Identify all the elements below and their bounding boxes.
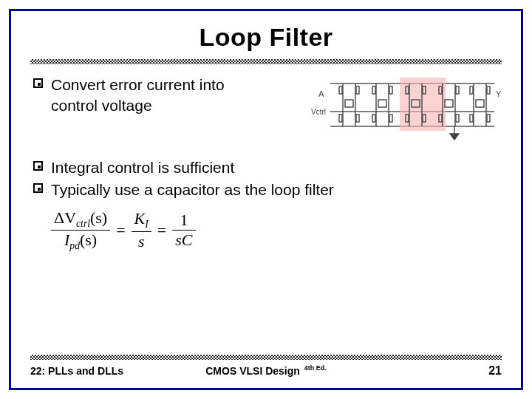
num2-sub: I [145, 219, 149, 231]
svg-rect-36 [487, 86, 490, 94]
svg-rect-16 [389, 115, 392, 122]
svg-rect-3 [400, 78, 446, 131]
svg-rect-17 [378, 100, 386, 107]
svg-rect-34 [470, 86, 473, 94]
fraction-2: KI s [132, 209, 151, 251]
num2: K [134, 209, 146, 228]
equals-1: = [116, 221, 125, 240]
num3: 1 [172, 211, 195, 231]
bullet-group-1: Convert error current into control volta… [30, 75, 245, 118]
bullet-icon [33, 78, 43, 88]
row-1: Convert error current into control volta… [30, 75, 502, 144]
den2: s [132, 232, 151, 251]
den1-b: (s) [80, 231, 97, 249]
svg-rect-13 [372, 86, 375, 94]
svg-rect-6 [339, 86, 342, 94]
bullet-item: Typically use a capacitor as the loop fi… [33, 180, 502, 200]
label-a: A [318, 89, 324, 98]
footer-left: 22: PLLs and DLLs [30, 365, 123, 377]
page-number: 21 [488, 364, 502, 378]
svg-rect-10 [345, 100, 353, 107]
bullet-text: Typically use a capacitor as the loop fi… [51, 181, 334, 198]
footer-center: CMOS VLSI Design 4th Ed. [205, 364, 326, 377]
footer-edition: 4th Ed. [304, 364, 327, 372]
svg-rect-30 [456, 115, 459, 122]
bullet-item: Convert error current into control volta… [33, 75, 245, 117]
slide-title: Loop Filter [30, 23, 502, 52]
label-vctrl: Vctrl [311, 108, 326, 116]
bullet-text: Convert error current into control volta… [51, 76, 225, 114]
footer: 22: PLLs and DLLs CMOS VLSI Design 4th E… [30, 355, 502, 378]
footer-center-text: CMOS VLSI Design [205, 365, 300, 377]
bullet-item: Integral control is sufficient [33, 157, 502, 178]
equals-2: = [157, 221, 166, 240]
svg-rect-8 [356, 86, 359, 94]
den1-sub: pd [69, 241, 80, 252]
bullet-text: Integral control is sufficient [51, 159, 234, 176]
den3: sC [172, 231, 195, 250]
svg-rect-31 [445, 100, 453, 107]
fraction-3: 1 sC [172, 211, 195, 250]
svg-rect-29 [456, 86, 459, 94]
svg-rect-14 [372, 115, 375, 122]
bullet-icon [33, 183, 43, 193]
top-divider [30, 59, 502, 64]
formula: ΔVctrl(s) Ipd(s) = KI s = [51, 208, 502, 253]
svg-rect-37 [487, 115, 490, 122]
slide-frame: Loop Filter Convert error current into c… [9, 9, 523, 390]
circuit-svg: A Y Vctrl [310, 75, 502, 141]
circuit-diagram: A Y Vctrl [310, 75, 502, 144]
bullet-icon [33, 161, 43, 171]
slide: Loop Filter Convert error current into c… [0, 0, 532, 399]
bottom-divider [30, 355, 502, 360]
num1-a: ΔV [54, 208, 76, 227]
num1-b: (s) [90, 208, 107, 227]
footer-row: 22: PLLs and DLLs CMOS VLSI Design 4th E… [30, 364, 502, 378]
num1-sub: ctrl [76, 218, 90, 229]
svg-rect-7 [339, 115, 342, 122]
svg-rect-9 [356, 115, 359, 122]
content-area: Convert error current into control volta… [30, 75, 502, 253]
svg-rect-35 [470, 115, 473, 122]
svg-rect-15 [389, 86, 392, 94]
svg-rect-38 [476, 100, 484, 107]
label-y: Y [496, 89, 502, 98]
fraction-1: ΔVctrl(s) Ipd(s) [51, 208, 110, 253]
bullet-group-2: Integral control is sufficient Typically… [30, 157, 502, 201]
